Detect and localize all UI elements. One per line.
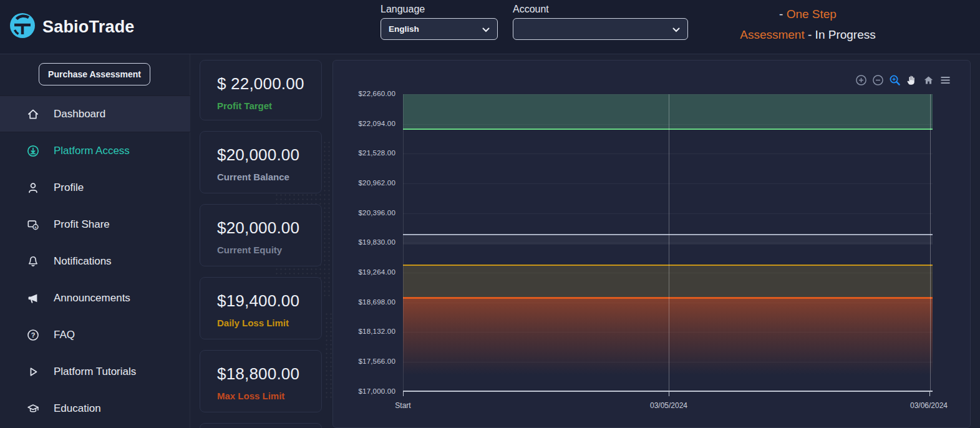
current-balance-label: Current Balance [217,172,321,182]
brand-name: SabioTrade [42,17,135,37]
stat-card-current-equity: $20,000.00 Current Equity [200,204,322,266]
assessment-name-part2: Assessment [740,28,804,41]
y-tick-label: $18,132.00 [333,328,395,335]
current-balance-value: $20,000.00 [217,145,321,165]
user-icon [26,181,40,195]
gridline-03-06 [930,94,931,392]
assessment-progress-text: - In Progress [808,28,876,41]
x-tick-label-start: Start [395,401,410,410]
brand-logo[interactable]: SabioTrade [9,12,135,42]
y-tick-label: $22,094.00 [333,120,395,127]
balance-series-glow [403,235,933,245]
x-axis-line [403,391,933,392]
stat-card-profit-target: $ 22,000.00 Profit Target [200,60,322,120]
assessment-name-part1: One Step [787,7,837,21]
profit-target-line [403,129,933,130]
sidebar: Purchase Assessment Dashboard Platform A… [0,54,190,428]
zoom-out-icon[interactable] [872,74,884,86]
profit-share-icon: s [26,218,40,231]
purchase-assessment-button[interactable]: Purchase Assessment [39,63,150,85]
sidebar-item-platform-tutorials[interactable]: Platform Tutorials [0,353,190,390]
stat-card-max-loss-limit: $18,800.00 Max Loss Limit [200,350,322,412]
language-label: Language [381,4,498,15]
sidebar-item-profit-share[interactable]: s Profit Share [0,206,190,243]
profit-target-value: $ 22,000.00 [217,74,321,94]
account-label: Account [513,4,688,15]
y-tick-label: $20,962.00 [333,179,395,187]
svg-text:?: ? [31,331,36,338]
sidebar-item-education[interactable]: Education [0,390,190,427]
y-tick-label: $19,264.00 [333,268,395,276]
y-tick-label: $19,830.00 [333,238,395,246]
zoom-in-icon[interactable] [855,74,867,86]
sidebar-item-dashboard[interactable]: Dashboard [0,95,190,132]
profit-target-zone [403,94,933,129]
account-select[interactable] [513,18,688,40]
stat-card-daily-loss-limit: $19,400.00 Daily Loss Limit [200,277,322,339]
status-dash: - [779,7,783,21]
stat-card-current-balance: $20,000.00 Current Balance [200,131,322,193]
question-circle-icon: ? [26,328,40,342]
gridline-03-05 [669,94,669,392]
header: SabioTrade Language English Account - On… [0,0,980,54]
sidebar-item-announcements[interactable]: Announcements [0,280,190,316]
pan-hand-icon[interactable] [906,74,918,86]
max-loss-zone [403,299,933,375]
y-tick-label: $21,528.00 [333,149,395,157]
play-icon [26,365,40,379]
home-reset-icon[interactable] [923,74,934,86]
y-tick-label: $17,000.00 [333,387,395,395]
max-loss-limit-label: Max Loss Limit [217,391,321,401]
megaphone-icon [26,291,40,305]
current-equity-label: Current Equity [217,245,321,255]
assessment-status: - One Step Assessment - In Progress [702,4,914,45]
daily-loss-limit-label: Daily Loss Limit [217,318,321,328]
menu-icon[interactable] [939,74,951,86]
daily-loss-zone [403,266,933,297]
balance-chart-panel: $22,660.00 $22,094.00 $21,528.00 $20,962… [332,60,971,428]
chevron-down-icon [672,24,680,35]
daily-loss-limit-line [403,265,933,266]
sidebar-item-notifications[interactable]: Notifications [0,243,190,280]
graduation-cap-icon [26,402,40,416]
y-tick-label: $18,698.00 [333,298,395,306]
bell-icon [26,255,40,268]
chevron-down-icon [482,24,490,35]
sidebar-nav: Dashboard Platform Access Profile [0,95,190,427]
y-tick-label: $17,566.00 [333,357,395,365]
profit-target-label: Profit Target [217,100,321,111]
chart-plot-area[interactable] [403,94,933,392]
current-equity-value: $20,000.00 [217,218,321,238]
svg-text:s: s [34,224,37,228]
daily-loss-limit-value: $19,400.00 [217,291,321,311]
max-loss-limit-line [403,297,933,299]
max-loss-limit-value: $18,800.00 [217,364,321,384]
language-selected-value: English [389,24,419,34]
home-icon [26,107,40,121]
sidebar-item-profile[interactable]: Profile [0,169,190,206]
balance-series-line [403,234,933,235]
language-select[interactable]: English [381,18,498,40]
stat-card-partial [200,423,322,428]
x-tick-label-0306: 03/06/2024 [910,401,948,410]
sabiotrade-logo-icon [9,12,36,42]
chart-toolbar [855,74,951,86]
x-tick-label-0305: 03/05/2024 [650,401,687,410]
cloud-download-icon [26,144,40,158]
sidebar-item-faq[interactable]: ? FAQ [0,316,190,353]
selection-zoom-icon[interactable] [889,74,901,86]
sidebar-item-platform-access[interactable]: Platform Access [0,132,190,169]
y-tick-label: $22,660.00 [333,90,395,97]
y-tick-label: $20,396.00 [333,209,395,216]
